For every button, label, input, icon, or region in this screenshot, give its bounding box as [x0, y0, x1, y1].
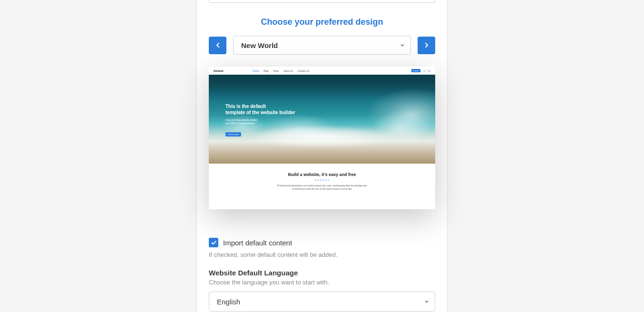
preview-logo: Default.	[214, 69, 224, 72]
preview-divider	[315, 180, 329, 180]
import-helper-text: If checked, some default content will be…	[209, 251, 435, 258]
previous-field-edge	[209, 0, 435, 3]
preview-hero-content: This is the default template of the webs…	[225, 103, 295, 137]
import-checkbox[interactable]	[209, 238, 218, 247]
preview-right: Log in 🛒 🔍	[411, 69, 430, 72]
import-checkbox-row: Import default content	[209, 238, 435, 247]
preview-login-badge: Log in	[411, 69, 420, 72]
preview-topbar: Default. Home Blog Shop About us Contact…	[209, 67, 435, 75]
preview-nav-item: Blog	[263, 69, 268, 72]
chevron-left-icon	[214, 41, 222, 49]
import-checkbox-label[interactable]: Import default content	[223, 239, 292, 247]
preview-nav-item: Home	[253, 69, 259, 72]
preview-cta: Call to action	[225, 132, 241, 136]
setup-panel: Choose your preferred design New World D…	[196, 0, 448, 312]
template-preview: Default. Home Blog Shop About us Contact…	[209, 67, 435, 209]
design-select-wrapper: New World	[233, 36, 411, 55]
search-icon: 🔍	[428, 69, 430, 72]
language-select-wrapper: English	[209, 292, 435, 312]
design-select[interactable]: New World	[233, 36, 411, 55]
language-label: Website Default Language	[209, 269, 435, 277]
language-helper: Choose the language you want to start wi…	[209, 279, 435, 286]
design-selector-row: New World	[209, 36, 435, 55]
preview-nav-item: Contact Us	[298, 69, 310, 72]
hero-title-line: template of the website builder	[225, 109, 295, 116]
preview-hero-sub: Drag and drop website builder and CMS of…	[225, 118, 295, 125]
language-select[interactable]: English	[209, 292, 435, 312]
preview-icons: 🛒 🔍	[423, 69, 430, 72]
hero-sub-line: and CMS of new generation.	[225, 122, 295, 125]
cart-icon: 🛒	[423, 69, 426, 72]
preview-bottom-text: Professional developers can freely acces…	[274, 184, 370, 191]
check-icon	[211, 240, 217, 246]
section-title: Choose your preferred design	[209, 17, 435, 27]
preview-nav-item: About us	[283, 69, 293, 72]
hero-title-line: This is the default	[225, 103, 295, 109]
preview-nav-item: Shop	[273, 69, 279, 72]
next-design-button[interactable]	[418, 37, 435, 54]
preview-hero-title: This is the default template of the webs…	[225, 103, 295, 116]
chevron-right-icon	[423, 41, 430, 49]
preview-nav: Home Blog Shop About us Contact Us	[253, 69, 310, 72]
preview-bottom: Build a website, it's easy and free Prof…	[209, 164, 435, 199]
preview-bottom-title: Build a website, it's easy and free	[237, 172, 407, 177]
prev-design-button[interactable]	[209, 37, 226, 54]
preview-hero: This is the default template of the webs…	[209, 75, 435, 164]
